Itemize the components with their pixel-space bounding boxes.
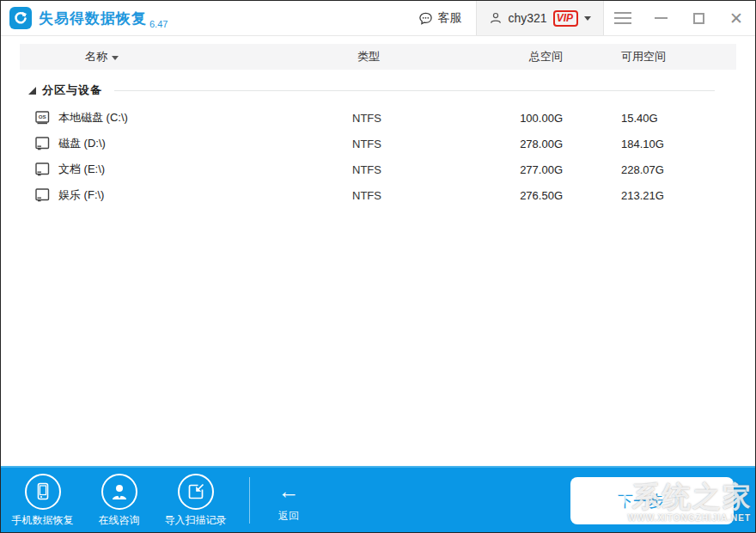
customer-support-label: 客服 bbox=[438, 10, 462, 26]
drive-icon bbox=[35, 162, 50, 176]
system-drive-icon: OS bbox=[35, 111, 50, 125]
drive-free-space: 15.40G bbox=[594, 112, 736, 125]
phone-icon bbox=[25, 474, 61, 510]
drive-name: 本地磁盘 (C:\) bbox=[58, 110, 128, 126]
drive-type: NTFS bbox=[340, 112, 482, 125]
table-row-drive-f[interactable]: 娱乐 (F:\) NTFS 276.50G 213.21G bbox=[20, 182, 736, 208]
chevron-down-icon bbox=[584, 16, 591, 21]
customer-support-button[interactable]: 客服 bbox=[405, 1, 476, 35]
table-row-drive-e[interactable]: 文档 (E:\) NTFS 277.00G 228.07G bbox=[20, 156, 736, 182]
drive-type: NTFS bbox=[340, 138, 482, 150]
hamburger-icon bbox=[614, 12, 631, 24]
user-icon bbox=[489, 11, 503, 25]
table-header: 名称 类型 总空间 可用空间 bbox=[20, 44, 736, 70]
drive-name: 娱乐 (F:\) bbox=[58, 187, 104, 203]
titlebar: 失易得数据恢复 6.47 客服 bbox=[1, 1, 755, 36]
column-header-total: 总空间 bbox=[482, 49, 594, 64]
import-scan-records-label: 导入扫描记录 bbox=[165, 513, 227, 528]
column-header-free: 可用空间 bbox=[594, 49, 736, 64]
drive-free-space: 184.10G bbox=[594, 138, 736, 150]
drive-total-space: 100.00G bbox=[482, 112, 594, 125]
import-scan-records-button[interactable]: 导入扫描记录 bbox=[157, 472, 234, 528]
drive-icon bbox=[35, 137, 50, 150]
column-header-type: 类型 bbox=[340, 49, 482, 64]
footer-toolbar: 手机数据恢复 在线咨询 导入扫描记录 bbox=[1, 466, 755, 532]
drive-name: 文档 (E:\) bbox=[58, 162, 105, 177]
minimize-button[interactable] bbox=[642, 1, 680, 35]
username: chy321 bbox=[509, 11, 547, 25]
section-divider bbox=[114, 90, 715, 91]
table-row-drive-c[interactable]: OS 本地磁盘 (C:\) NTFS 100.00G 15.40G bbox=[20, 105, 736, 131]
drive-icon bbox=[35, 188, 50, 202]
next-step-button[interactable]: 下一步 〉 bbox=[570, 477, 734, 524]
app-version: 6.47 bbox=[149, 19, 168, 29]
app-window: 失易得数据恢复 6.47 客服 bbox=[0, 0, 756, 533]
phone-data-recovery-button[interactable]: 手机数据恢复 bbox=[4, 472, 81, 528]
phone-data-recovery-label: 手机数据恢复 bbox=[12, 513, 74, 528]
column-header-name[interactable]: 名称 bbox=[20, 49, 340, 64]
minimize-icon bbox=[655, 17, 668, 19]
back-arrow-icon: ← bbox=[278, 478, 300, 504]
table-row-drive-d[interactable]: 磁盘 (D:\) NTFS 278.00G 184.10G bbox=[20, 131, 736, 156]
drive-total-space: 278.00G bbox=[482, 138, 594, 150]
close-icon: ✕ bbox=[729, 10, 743, 27]
chevron-right-icon: 〉 bbox=[673, 493, 686, 511]
footer-divider bbox=[249, 477, 250, 524]
svg-text:OS: OS bbox=[39, 113, 46, 119]
drive-type: NTFS bbox=[340, 163, 482, 176]
import-icon bbox=[178, 474, 214, 510]
close-button[interactable]: ✕ bbox=[717, 1, 755, 35]
vip-badge: VIP bbox=[553, 10, 578, 27]
maximize-button[interactable] bbox=[680, 1, 717, 35]
section-label: 分区与设备 bbox=[42, 83, 102, 98]
maximize-icon bbox=[693, 13, 704, 24]
user-account-menu[interactable]: chy321 VIP bbox=[476, 1, 605, 35]
online-consult-label: 在线咨询 bbox=[99, 513, 140, 528]
drive-type: NTFS bbox=[340, 189, 482, 202]
chat-bubble-icon bbox=[418, 11, 433, 26]
online-consult-button[interactable]: 在线咨询 bbox=[81, 472, 157, 528]
back-button[interactable]: ← 返回 bbox=[262, 476, 315, 524]
back-label: 返回 bbox=[278, 509, 299, 524]
app-title: 失易得数据恢复 bbox=[39, 9, 147, 28]
menu-button[interactable] bbox=[604, 1, 642, 35]
sort-caret-icon bbox=[112, 56, 119, 60]
consult-person-icon bbox=[101, 474, 137, 510]
drive-free-space: 228.07G bbox=[594, 163, 736, 176]
drive-total-space: 277.00G bbox=[482, 163, 594, 176]
drive-total-space: 276.50G bbox=[482, 189, 594, 202]
section-partitions-devices[interactable]: 分区与设备 bbox=[28, 81, 715, 100]
next-step-label: 下一步 bbox=[618, 491, 664, 512]
drive-name: 磁盘 (D:\) bbox=[58, 136, 106, 151]
drive-free-space: 213.21G bbox=[594, 189, 736, 202]
column-header-name-label: 名称 bbox=[85, 49, 107, 64]
app-logo-icon bbox=[9, 7, 32, 29]
tree-expand-icon bbox=[28, 87, 36, 95]
